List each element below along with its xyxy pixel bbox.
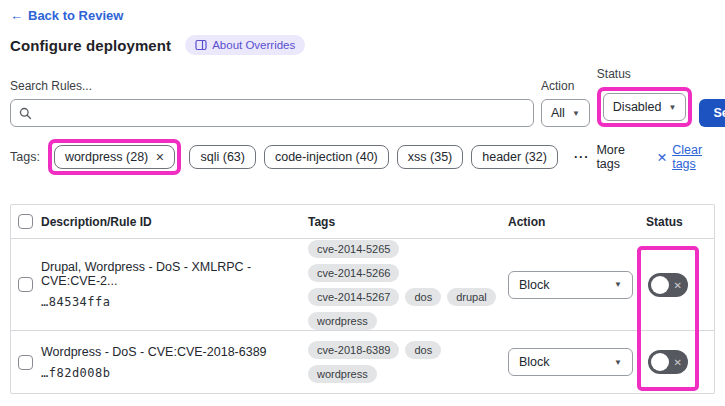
rules-table: Description/Rule ID Tags Action Status D… (10, 204, 715, 394)
search-icon (19, 107, 32, 120)
action-select-value: Block (519, 355, 550, 369)
table-header-row: Description/Rule ID Tags Action Status (11, 205, 714, 239)
status-filter-highlight: Disabled ▼ (597, 87, 693, 127)
chevron-down-icon: ▼ (668, 103, 676, 112)
rule-tag: wordpress (308, 365, 377, 383)
more-tags-label: More tags (596, 143, 636, 171)
rule-tag: cve-2018-6389 (308, 341, 399, 359)
toggle-off-icon: ✕ (674, 279, 682, 290)
action-filter-value: All (551, 106, 565, 120)
filter-row: Search Rules... Action All ▼ Status (10, 67, 715, 127)
back-arrow-icon: ← (10, 8, 23, 23)
action-cell: Block ▼ (508, 348, 646, 376)
toggle-knob (651, 353, 669, 371)
rule-id: …f82d008b (41, 366, 294, 380)
tag-pill-xss[interactable]: xss (35) (397, 145, 463, 169)
action-cell: Block ▼ (508, 271, 646, 299)
status-cell: ✕ (646, 273, 714, 297)
clear-tags-label: Clear tags (672, 143, 715, 171)
column-header-status: Status (646, 215, 714, 229)
action-filter-label: Action (541, 79, 590, 93)
tag-pill-label: sqli (63) (200, 150, 244, 164)
remove-tag-icon[interactable]: ✕ (155, 151, 164, 164)
tag-pill-header[interactable]: header (32) (471, 145, 558, 169)
rule-tag: cve-2014-5267 (308, 288, 399, 306)
toggle-off-icon: ✕ (674, 357, 682, 368)
close-icon: ✕ (657, 150, 667, 165)
more-tags-button[interactable]: ··· More tags (574, 143, 637, 171)
tag-pill-code-injection[interactable]: code-injection (40) (264, 145, 389, 169)
column-header-action: Action (508, 215, 646, 229)
tag-pill-sqli[interactable]: sqli (63) (189, 145, 255, 169)
rule-tag: cve-2014-5265 (308, 240, 399, 258)
row-checkbox[interactable] (18, 277, 33, 292)
rule-tags-cell: cve-2014-5265 cve-2014-5266 cve-2014-526… (308, 240, 504, 330)
page-title: Configure deployment (10, 37, 171, 54)
status-filter-dropdown[interactable]: Disabled ▼ (603, 93, 687, 121)
description-cell: Drupal, Wordpress - DoS - XMLRPC - CVE:C… (41, 260, 308, 309)
column-header-description: Description/Rule ID (41, 215, 308, 229)
rule-tag: wordpress (308, 312, 377, 330)
about-overrides-badge[interactable]: About Overrides (185, 35, 305, 55)
about-overrides-label: About Overrides (212, 39, 295, 51)
table-row: Wordpress - DoS - CVE:CVE-2018-6389 …f82… (11, 331, 714, 393)
tag-pill-label: xss (35) (408, 150, 452, 164)
rule-tags-cell: cve-2018-6389 dos wordpress (308, 341, 504, 383)
search-rules-group: Search Rules... (10, 79, 534, 127)
description-cell: Wordpress - DoS - CVE:CVE-2018-6389 …f82… (41, 345, 308, 380)
chevron-down-icon: ▼ (614, 280, 622, 289)
status-toggle[interactable]: ✕ (648, 273, 688, 297)
search-rules-box (10, 99, 534, 127)
clear-tags-button[interactable]: ✕ Clear tags (657, 143, 715, 171)
configure-deployment-page: ← Back to Review Configure deployment Ab… (0, 0, 725, 406)
status-filter-group: Status Disabled ▼ (597, 67, 693, 127)
action-select-value: Block (519, 278, 550, 292)
tag-pill-label: code-injection (40) (275, 150, 378, 164)
status-filter-label: Status (597, 67, 693, 81)
action-filter-dropdown[interactable]: All ▼ (541, 99, 590, 127)
column-header-tags: Tags (308, 215, 508, 229)
search-rules-label: Search Rules... (10, 79, 534, 93)
ellipsis-icon: ··· (574, 150, 590, 164)
rule-tag: dos (405, 341, 441, 359)
action-select[interactable]: Block ▼ (508, 271, 633, 299)
book-icon (195, 39, 207, 51)
back-to-review-link[interactable]: ← Back to Review (10, 8, 123, 23)
rule-tag: cve-2014-5266 (308, 264, 399, 282)
tags-bar-label: Tags: (10, 150, 40, 164)
tag-pill-wordpress[interactable]: wordpress (28) ✕ (54, 145, 176, 169)
status-cell: ✕ (646, 350, 714, 374)
action-select[interactable]: Block ▼ (508, 348, 633, 376)
tag-pill-label: header (32) (482, 150, 547, 164)
rule-description: Wordpress - DoS - CVE:CVE-2018-6389 (41, 345, 294, 359)
toggle-knob (651, 276, 669, 294)
select-all-checkbox[interactable] (18, 214, 33, 229)
tag-pill-label: wordpress (28) (65, 150, 148, 164)
rule-description: Drupal, Wordpress - DoS - XMLRPC - CVE:C… (41, 260, 294, 288)
chevron-down-icon: ▼ (572, 109, 580, 118)
rule-id: …84534ffa (41, 295, 294, 309)
chevron-down-icon: ▼ (614, 358, 622, 367)
rule-tag: dos (405, 288, 441, 306)
action-filter-group: Action All ▼ (541, 79, 590, 127)
status-toggle[interactable]: ✕ (648, 350, 688, 374)
rule-tag: drupal (447, 288, 496, 306)
table-row: Drupal, Wordpress - DoS - XMLRPC - CVE:C… (11, 239, 714, 331)
back-link-label: Back to Review (28, 8, 123, 23)
status-filter-value: Disabled (613, 100, 662, 114)
search-rules-input[interactable] (38, 106, 525, 120)
search-button[interactable]: Search (699, 99, 725, 127)
tags-filter-bar: Tags: wordpress (28) ✕ sqli (63) code-in… (10, 139, 715, 175)
selected-tag-highlight: wordpress (28) ✕ (48, 139, 182, 175)
row-checkbox[interactable] (18, 355, 33, 370)
title-row: Configure deployment About Overrides (10, 35, 715, 55)
